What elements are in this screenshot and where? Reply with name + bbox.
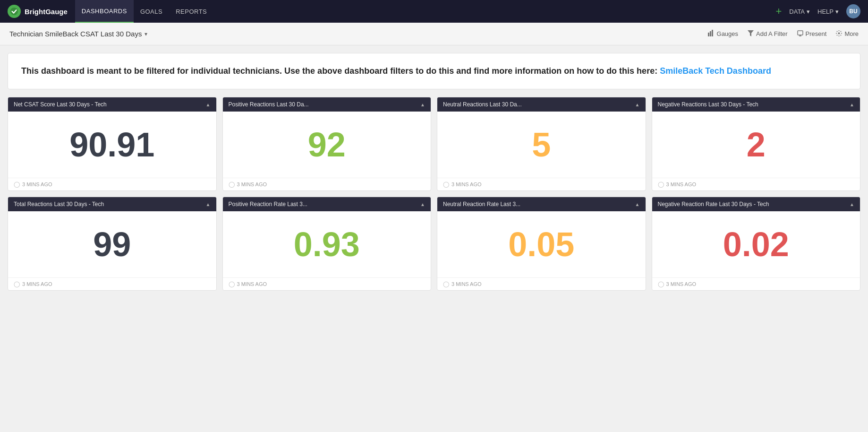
gauge-header-negative-reactions: Negative Reactions Last 30 Days - Tech ▲ [652,97,860,112]
gauge-body-positive-rate: 0.93 [223,211,431,277]
clock-icon: ◯ [658,281,664,287]
clock-icon: ◯ [14,281,20,287]
clock-icon: ◯ [229,181,235,188]
svg-rect-5 [798,31,803,35]
data-menu[interactable]: DATA ▾ [789,8,810,15]
data-caret-icon: ▾ [807,8,810,15]
clock-icon: ◯ [229,281,235,287]
topnav-right: + DATA ▾ HELP ▾ BU [775,4,860,18]
gauge-timestamp-positive-reactions: 3 MINS AGO [237,181,267,187]
gauge-row-1: Total Reactions Last 30 Days - Tech ▲ 99… [8,197,860,291]
gauge-card-total-reactions: Total Reactions Last 30 Days - Tech ▲ 99… [8,197,217,291]
present-icon [797,30,803,38]
clock-icon: ◯ [443,181,449,188]
svg-marker-4 [748,30,754,36]
clock-icon: ◯ [658,181,664,188]
gauge-header-positive-reactions: Positive Reactions Last 30 Da... ▲ [223,97,431,112]
smileback-link[interactable]: SmileBack Tech Dashboard [660,66,771,76]
gauge-rows-container: Net CSAT Score Last 30 Days - Tech ▲ 90.… [8,97,860,291]
gauge-body-neutral-reactions: 5 [437,112,646,178]
gear-icon [836,30,842,38]
gauge-card-negative-reactions: Negative Reactions Last 30 Days - Tech ▲… [652,97,861,191]
add-filter-button[interactable]: Add A Filter [748,30,787,38]
gauge-header-positive-rate: Positive Reaction Rate Last 3... ▲ [223,197,431,211]
gauge-footer-negative-reactions: ◯ 3 MINS AGO [652,178,860,190]
gauge-body-neutral-rate: 0.05 [437,211,646,277]
gauge-sort-icon: ▲ [850,102,854,107]
gauge-sort-icon: ▲ [420,102,425,107]
gauge-sort-icon: ▲ [206,102,211,107]
gauge-header-net-csat: Net CSAT Score Last 30 Days - Tech ▲ [8,97,216,112]
present-button[interactable]: Present [797,30,827,38]
gauge-title-neutral-reactions: Neutral Reactions Last 30 Da... [443,101,631,108]
gauge-title-positive-reactions: Positive Reactions Last 30 Da... [229,101,417,108]
svg-rect-3 [712,30,713,36]
svg-point-8 [838,32,840,34]
nav-reports[interactable]: REPORTS [169,0,213,23]
gauge-timestamp-neutral-reactions: 3 MINS AGO [451,181,482,187]
gauge-value-neutral-reactions: 5 [532,128,551,162]
gauge-timestamp-positive-rate: 3 MINS AGO [237,281,267,287]
gauge-value-negative-rate: 0.02 [723,227,789,261]
help-menu[interactable]: HELP ▾ [817,8,839,15]
gauge-header-neutral-reactions: Neutral Reactions Last 30 Da... ▲ [437,97,646,112]
dashboard-title-button[interactable]: Technician SmileBack CSAT Last 30 Days ▾ [9,30,147,38]
gauge-footer-negative-rate: ◯ 3 MINS AGO [652,277,860,290]
gauge-title-negative-rate: Negative Reaction Rate Last 30 Days - Te… [658,201,846,207]
gauge-footer-neutral-reactions: ◯ 3 MINS AGO [437,178,646,190]
gauge-sort-icon: ▲ [420,202,425,207]
gauge-body-negative-reactions: 2 [652,112,860,178]
gauge-timestamp-negative-reactions: 3 MINS AGO [666,181,697,187]
gauge-card-net-csat: Net CSAT Score Last 30 Days - Tech ▲ 90.… [8,97,217,191]
subheader: Technician SmileBack CSAT Last 30 Days ▾… [0,23,868,45]
clock-icon: ◯ [14,181,20,188]
info-banner: This dashboard is meant to be filtered f… [8,53,860,89]
gauge-title-total-reactions: Total Reactions Last 30 Days - Tech [14,201,202,207]
gauge-card-neutral-reactions: Neutral Reactions Last 30 Da... ▲ 5 ◯ 3 … [437,97,646,191]
user-avatar[interactable]: BU [846,4,860,18]
gauge-value-negative-reactions: 2 [747,128,766,162]
gauge-sort-icon: ▲ [850,202,854,207]
subheader-actions: Gauges Add A Filter Present [708,30,859,38]
gauge-sort-icon: ▲ [635,202,640,207]
gauge-title-neutral-rate: Neutral Reaction Rate Last 3... [443,201,631,207]
gauge-card-positive-rate: Positive Reaction Rate Last 3... ▲ 0.93 … [222,197,432,291]
gauge-card-neutral-rate: Neutral Reaction Rate Last 3... ▲ 0.05 ◯… [437,197,646,291]
top-navigation: BrightGauge DASHBOARDS GOALS REPORTS + D… [0,0,868,23]
gauge-footer-neutral-rate: ◯ 3 MINS AGO [437,277,646,290]
gauge-footer-positive-rate: ◯ 3 MINS AGO [223,277,431,290]
info-banner-text: This dashboard is meant to be filtered f… [21,66,660,76]
gauge-card-positive-reactions: Positive Reactions Last 30 Da... ▲ 92 ◯ … [222,97,432,191]
gauge-footer-total-reactions: ◯ 3 MINS AGO [8,277,216,290]
gauge-sort-icon: ▲ [206,202,211,207]
gauges-button[interactable]: Gauges [708,30,739,38]
gauge-footer-net-csat: ◯ 3 MINS AGO [8,178,216,190]
gauge-timestamp-net-csat: 3 MINS AGO [22,181,52,187]
logo-text: BrightGauge [25,8,68,16]
gauge-body-total-reactions: 99 [8,211,216,277]
gauge-card-negative-rate: Negative Reaction Rate Last 30 Days - Te… [652,197,861,291]
gauge-sort-icon: ▲ [635,102,640,107]
clock-icon: ◯ [443,281,449,287]
gauge-body-net-csat: 90.91 [8,112,216,178]
gauge-timestamp-total-reactions: 3 MINS AGO [22,281,52,287]
nav-dashboards[interactable]: DASHBOARDS [75,0,134,23]
logo-icon [8,5,21,18]
gauge-value-net-csat: 90.91 [69,128,154,162]
main-content: This dashboard is meant to be filtered f… [0,45,868,304]
gauge-header-negative-rate: Negative Reaction Rate Last 30 Days - Te… [652,197,860,211]
logo[interactable]: BrightGauge [8,5,68,18]
gauge-body-negative-rate: 0.02 [652,211,860,277]
help-caret-icon: ▾ [835,8,839,15]
gauge-value-total-reactions: 99 [93,227,131,261]
gauge-value-positive-reactions: 92 [308,128,346,162]
gauge-header-neutral-rate: Neutral Reaction Rate Last 3... ▲ [437,197,646,211]
svg-point-0 [10,8,18,15]
add-button[interactable]: + [775,5,782,17]
gauge-header-total-reactions: Total Reactions Last 30 Days - Tech ▲ [8,197,216,211]
gauge-body-positive-reactions: 92 [223,112,431,178]
filter-icon [748,30,754,38]
nav-goals[interactable]: GOALS [134,0,169,23]
gauge-row-0: Net CSAT Score Last 30 Days - Tech ▲ 90.… [8,97,860,191]
more-button[interactable]: More [836,30,859,38]
